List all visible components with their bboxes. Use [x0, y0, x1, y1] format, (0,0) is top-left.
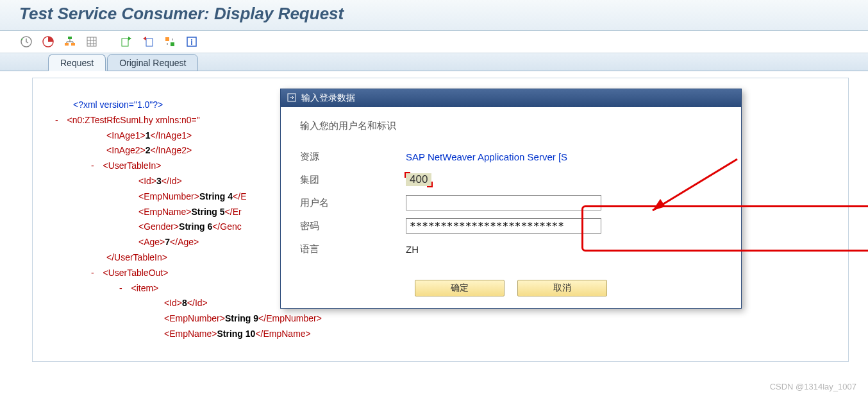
password-input[interactable]	[406, 218, 601, 234]
info-icon[interactable]: i	[185, 35, 199, 49]
id-value: 3	[156, 176, 162, 186]
svg-text:i: i	[190, 38, 192, 47]
empnumber2-value: String 9	[225, 313, 258, 323]
dialog-title: 输入登录数据	[301, 92, 355, 104]
dialog-titlebar[interactable]: 输入登录数据	[281, 89, 741, 107]
compare-icon[interactable]	[163, 35, 177, 49]
svg-rect-2	[68, 37, 72, 39]
username-input[interactable]	[406, 195, 601, 210]
language-label: 语言	[300, 243, 406, 255]
collapse-toggle[interactable]: -	[91, 268, 94, 278]
tab-original-request[interactable]: Original Request	[107, 54, 198, 71]
separator	[106, 35, 112, 49]
resource-value: SAP NetWeaver Application Server [S	[406, 151, 567, 162]
svg-rect-3	[65, 43, 69, 46]
clock-back-icon[interactable]	[19, 35, 33, 49]
client-field[interactable]: 400	[406, 173, 431, 186]
gender-value: String 6	[179, 221, 212, 232]
watermark: CSDN @1314lay_1007	[770, 382, 856, 391]
toolbar: i	[0, 31, 868, 53]
xml-declaration: <?xml version="1.0"?>	[73, 99, 163, 110]
svg-rect-9	[171, 42, 174, 46]
svg-rect-5	[87, 37, 96, 46]
empnumber-value: String 4	[199, 191, 233, 201]
export-icon[interactable]	[119, 35, 133, 49]
title-bar: Test Service Consumer: Display Request	[0, 0, 868, 31]
inage2-value: 2	[146, 145, 151, 155]
username-label: 用户名	[300, 197, 406, 209]
page-title: Test Service Consumer: Display Request	[19, 4, 859, 24]
svg-rect-6	[122, 39, 128, 46]
import-icon[interactable]	[141, 35, 155, 49]
svg-rect-4	[71, 43, 75, 46]
resource-label: 资源	[300, 151, 406, 163]
age-value: 7	[165, 237, 170, 247]
tab-request[interactable]: Request	[48, 54, 106, 71]
id2-value: 8	[182, 298, 187, 308]
collapse-toggle[interactable]: -	[119, 283, 122, 293]
svg-rect-7	[146, 39, 153, 46]
cancel-button[interactable]: 取消	[517, 280, 607, 296]
hierarchy-icon[interactable]	[63, 35, 77, 49]
inage1-value: 1	[146, 130, 151, 141]
login-dialog: 输入登录数据 输入您的用户名和标识 资源 SAP NetWeaver Appli…	[280, 89, 742, 309]
svg-rect-8	[165, 37, 169, 41]
password-label: 密码	[300, 220, 406, 232]
dialog-icon	[287, 93, 296, 104]
pie-icon[interactable]	[41, 35, 55, 49]
language-value: ZH	[406, 244, 419, 255]
client-label: 集团	[300, 174, 406, 186]
empname-value: String 5	[191, 207, 224, 217]
grid-icon[interactable]	[85, 35, 99, 49]
collapse-toggle[interactable]: -	[55, 115, 58, 125]
dialog-intro: 输入您的用户名和标识	[300, 120, 722, 132]
collapse-toggle[interactable]: -	[91, 160, 94, 171]
tab-strip: Request Original Request	[0, 53, 868, 71]
empname2-value: String 10	[217, 329, 255, 339]
ok-button[interactable]: 确定	[415, 280, 505, 296]
